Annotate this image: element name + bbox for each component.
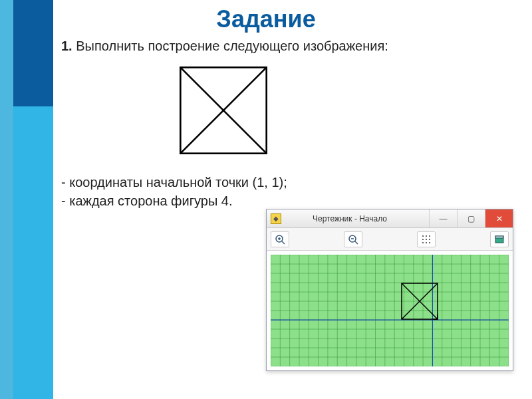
- title-bar: ◆ Чертежник - Начало — ▢ ✕: [267, 209, 513, 228]
- example-figure: [180, 66, 267, 154]
- grid-icon: [421, 234, 432, 245]
- maximize-button[interactable]: ▢: [457, 209, 485, 227]
- close-button[interactable]: ✕: [485, 209, 513, 227]
- window-buttons: — ▢ ✕: [429, 209, 513, 227]
- svg-point-15: [429, 239, 430, 240]
- zoom-in-icon: [275, 234, 285, 245]
- svg-rect-20: [495, 236, 503, 238]
- svg-point-10: [422, 235, 424, 237]
- task-line: 1. Выполнить построение следующего изобр…: [61, 39, 520, 54]
- svg-line-4: [282, 241, 285, 244]
- page-title: Задание: [0, 5, 532, 33]
- task-number: 1.: [61, 39, 72, 53]
- zoom-in-button[interactable]: [271, 231, 289, 247]
- svg-point-12: [429, 235, 430, 237]
- home-view-button[interactable]: [490, 231, 509, 247]
- window-title: Чертежник - Начало: [271, 214, 429, 223]
- svg-line-8: [355, 241, 358, 244]
- svg-point-16: [422, 242, 424, 243]
- svg-point-11: [426, 235, 427, 237]
- accent-strip-inner: [13, 106, 53, 399]
- window-icon: [494, 234, 505, 245]
- bullet-start-point: - координаты начальной точки (1, 1);: [61, 173, 287, 192]
- drawn-figure: [401, 283, 438, 320]
- svg-point-17: [426, 242, 427, 243]
- zoom-out-icon: [348, 234, 358, 245]
- app-window: ◆ Чертежник - Начало — ▢ ✕: [266, 209, 513, 371]
- task-text: Выполнить построение следующего изображе…: [76, 39, 388, 53]
- svg-point-18: [429, 242, 430, 243]
- grid-svg: [271, 255, 509, 366]
- canvas-area[interactable]: [267, 251, 513, 370]
- svg-point-14: [426, 239, 427, 240]
- svg-point-13: [422, 239, 424, 240]
- drawn-square-icon: [401, 283, 438, 320]
- square-diagonals-icon: [180, 66, 267, 154]
- accent-strip-outer: [0, 0, 13, 399]
- grid-toggle-button[interactable]: [417, 231, 436, 247]
- toolbar: [267, 228, 513, 251]
- minimize-button[interactable]: —: [429, 209, 457, 227]
- drawing-canvas[interactable]: [271, 255, 509, 366]
- task-details: - координаты начальной точки (1, 1); - к…: [61, 173, 287, 210]
- zoom-out-button[interactable]: [344, 231, 362, 247]
- bullet-side-length: - каждая сторона фигуры 4.: [61, 192, 287, 210]
- slide: Задание 1. Выполнить построение следующе…: [0, 0, 532, 399]
